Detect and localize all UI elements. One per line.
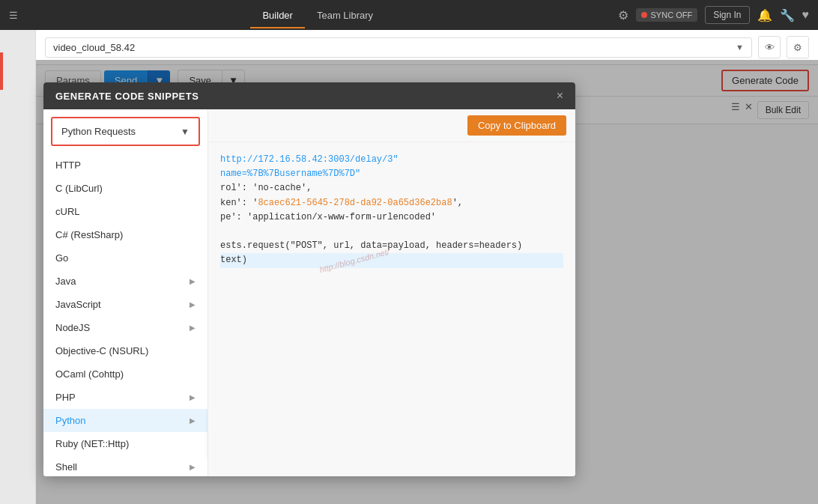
modal-body: Python Requests ▼ HTTP C (LibCurl) cURL xyxy=(43,109,575,476)
menu-item-shell[interactable]: Shell ▶ xyxy=(43,455,207,476)
code-line-5: pe': 'application/x-www-form-urlencoded' xyxy=(220,210,563,225)
main-area: video_cloud_58.42 ▼ 👁 ⚙ Params Send ▼ Sa… xyxy=(0,30,818,504)
menu-item-python-row: Python ▶ http.client (Python 3) Requests xyxy=(43,409,207,432)
code-area: Copy to Clipboard http://172.16.58.42:30… xyxy=(208,109,575,476)
left-sidebar xyxy=(0,30,36,504)
code-line-7: ests.request("POST", url, data=payload, … xyxy=(220,239,563,253)
tab-team-library[interactable]: Team Library xyxy=(305,2,385,28)
python-arrow-icon: ▶ xyxy=(190,416,196,425)
code-line-3: rol': 'no-cache', xyxy=(220,181,563,195)
code-line-6 xyxy=(220,225,563,239)
code-line-2: name=%7B%7Busername%7D%7D" xyxy=(220,167,563,181)
nodejs-arrow-icon: ▶ xyxy=(190,324,196,332)
sync-label: SYNC OFF xyxy=(651,10,693,19)
shell-arrow-icon: ▶ xyxy=(190,463,196,471)
sync-dot xyxy=(641,12,647,18)
code-line-4: ken': '8caec621-5645-278d-da92-0a65d36e2… xyxy=(220,196,563,210)
topnav-right: ⚙ SYNC OFF Sign In 🔔 🔧 ♥ xyxy=(618,6,809,24)
java-arrow-icon: ▶ xyxy=(190,277,196,285)
menu-item-objc[interactable]: Objective-C (NSURL) xyxy=(43,339,207,362)
code-content: http://172.16.58.42:3003/delay/3" name=%… xyxy=(208,142,575,476)
code-toolbar: Copy to Clipboard xyxy=(208,109,575,142)
code-line-1: http://172.16.58.42:3003/delay/3" xyxy=(220,153,563,167)
menu-item-c-libcurl[interactable]: C (LibCurl) xyxy=(43,177,207,200)
menu-item-ruby[interactable]: Ruby (NET::Http) xyxy=(43,432,207,455)
menu-item-nodejs[interactable]: NodeJS ▶ xyxy=(43,316,207,339)
modal-title: GENERATE CODE SNIPPETS xyxy=(55,91,199,102)
javascript-arrow-icon: ▶ xyxy=(190,300,196,309)
menu-item-http[interactable]: HTTP xyxy=(43,154,207,177)
bell-icon[interactable]: 🔔 xyxy=(757,8,772,22)
eye-button[interactable]: 👁 xyxy=(758,36,781,58)
sync-badge[interactable]: SYNC OFF xyxy=(636,8,698,22)
settings-icon[interactable]: ⚙ xyxy=(618,8,628,22)
menu-item-java[interactable]: Java ▶ xyxy=(43,270,207,293)
gear-button[interactable]: ⚙ xyxy=(787,36,809,58)
tab-builder[interactable]: Builder xyxy=(250,2,304,28)
topnav: ☰ Builder Team Library ⚙ SYNC OFF Sign I… xyxy=(0,0,818,30)
code-line-8: text) xyxy=(220,253,563,267)
collection-dropdown[interactable]: video_cloud_58.42 ▼ xyxy=(45,37,752,58)
copy-to-clipboard-button[interactable]: Copy to Clipboard xyxy=(467,115,566,136)
menu-item-python[interactable]: Python ▶ xyxy=(43,409,207,432)
menu-item-curl[interactable]: cURL xyxy=(43,200,207,223)
menu-item-javascript[interactable]: JavaScript ▶ xyxy=(43,293,207,316)
generate-code-modal: GENERATE CODE SNIPPETS × Python Requests… xyxy=(43,82,575,476)
language-sidebar: Python Requests ▼ HTTP C (LibCurl) cURL xyxy=(43,109,208,476)
php-arrow-icon: ▶ xyxy=(190,393,196,401)
menu-item-php[interactable]: PHP ▶ xyxy=(43,386,207,409)
menu-item-ocaml[interactable]: OCaml (Cohttp) xyxy=(43,362,207,386)
menu-icon[interactable]: ☰ xyxy=(9,10,18,21)
collection-name: video_cloud_58.42 xyxy=(53,42,736,53)
wrench-icon[interactable]: 🔧 xyxy=(780,8,795,22)
modal-overlay: GENERATE CODE SNIPPETS × Python Requests… xyxy=(36,60,818,504)
heart-icon[interactable]: ♥ xyxy=(802,8,810,22)
menu-item-go[interactable]: Go xyxy=(43,246,207,270)
language-chevron-icon: ▼ xyxy=(181,127,190,137)
modal-close-button[interactable]: × xyxy=(557,90,563,102)
menu-item-csharp[interactable]: C# (RestSharp) xyxy=(43,223,207,246)
selected-language-label: Python Requests xyxy=(61,126,176,137)
modal-header: GENERATE CODE SNIPPETS × xyxy=(43,82,575,109)
signin-button[interactable]: Sign In xyxy=(705,6,749,24)
collection-dropdown-wrap: video_cloud_58.42 ▼ xyxy=(45,37,752,58)
collection-chevron-icon: ▼ xyxy=(736,43,744,52)
topnav-tabs: Builder Team Library xyxy=(30,2,606,28)
language-dropdown-header[interactable]: Python Requests ▼ xyxy=(51,117,200,146)
